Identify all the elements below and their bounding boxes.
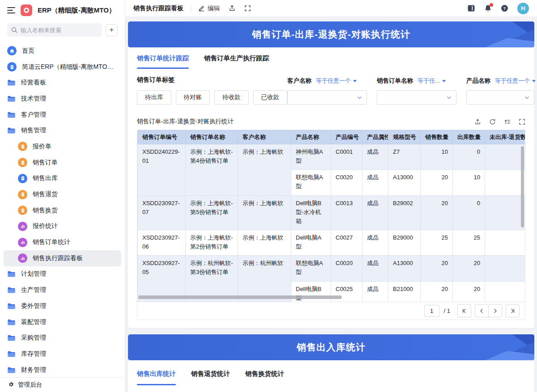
table-cell: 0 — [453, 144, 485, 170]
sidebar-item-2[interactable]: 经营看板 — [4, 75, 121, 91]
sidebar-item-3[interactable]: 技术管理 — [4, 91, 121, 107]
sidebar-item-1[interactable]: 简道云ERP（精细版-离散MTO）「... — [4, 59, 121, 75]
inout-stats-tab-2[interactable]: 销售换货统计 — [245, 362, 284, 385]
export-icon[interactable] — [474, 118, 481, 125]
table-cell: 0 — [485, 281, 525, 302]
first-page-button[interactable] — [457, 304, 471, 317]
sidebar-item-5[interactable]: 销售管理 — [4, 122, 121, 139]
sidebar-item-6[interactable]: 报价单 — [4, 139, 121, 155]
chart-icon — [18, 238, 27, 247]
sidebar-item-label: 简道云ERP（精细版-离散MTO）「... — [22, 63, 118, 71]
table-cell: C0001 — [331, 144, 362, 170]
hamburger-menu-icon[interactable] — [7, 7, 15, 13]
last-page-button[interactable] — [506, 304, 520, 317]
sidebar-item-4[interactable]: 客户管理 — [4, 107, 121, 123]
data-table-container: 销售订单编号销售订单名称客户名称产品名称产品编号产品属性规格型号销售数量出库数量… — [137, 130, 525, 320]
folder-icon — [7, 270, 16, 278]
table-cell: XSDD230927-06 — [138, 230, 186, 255]
column-header: 销售数量 — [421, 131, 453, 144]
sidebar-item-13[interactable]: 销售执行跟踪看板 — [4, 250, 121, 266]
search-input[interactable] — [7, 23, 102, 37]
column-header: 销售订单编号 — [138, 131, 186, 144]
order-tag-button-2[interactable]: 待收款 — [214, 90, 249, 105]
section1-banner-title: 销售订单-出库-退换货-对账执行统计 — [252, 28, 410, 41]
page-number-input[interactable] — [424, 305, 439, 317]
filter-group-1: 销售订单名称等于任... — [377, 73, 456, 105]
folder-icon — [7, 319, 16, 326]
inout-stats-tab-1[interactable]: 销售退货统计 — [191, 362, 230, 385]
table-cell: 示例：上海帆软 — [238, 144, 291, 196]
sidebar-item-15[interactable]: 生产管理 — [4, 282, 121, 298]
sidebar-item-7[interactable]: 销售订单 — [4, 155, 121, 171]
filter-group-2: 产品名称等于任意一个 — [466, 73, 534, 105]
fullscreen-icon[interactable] — [519, 118, 525, 125]
sidebar-item-0[interactable]: 首页 — [4, 43, 121, 59]
table-row: XSDD230927-07示例：上海帆软-第5份销售订单示例：上海帆软Dell电… — [138, 195, 525, 230]
share-icon[interactable] — [229, 5, 235, 12]
fullscreen-icon[interactable] — [244, 5, 251, 12]
table-cell: C0027 — [331, 230, 362, 255]
filter-select[interactable] — [377, 90, 456, 105]
sidebar-item-label: 财务管理 — [21, 366, 46, 374]
filter-operator-link[interactable]: 等于任意一个 — [316, 77, 357, 85]
table-cell: 成品 — [362, 256, 388, 281]
sidebar-item-label: 销售管理 — [21, 126, 46, 135]
sidebar-item-11[interactable]: 报价统计 — [4, 219, 121, 235]
sidebar-item-19[interactable]: 库存管理 — [4, 346, 121, 362]
table-cell: 示例：上海帆软 — [238, 195, 291, 230]
edit-button[interactable]: 编辑 — [198, 4, 220, 13]
filter-label: 客户名称 — [287, 77, 311, 85]
folder-icon — [7, 95, 16, 102]
folder-icon — [7, 334, 16, 341]
filter-operator-link[interactable]: 等于任... — [418, 77, 446, 85]
folder-icon — [7, 287, 16, 294]
user-avatar[interactable]: H — [517, 3, 529, 14]
add-app-button[interactable]: + — [106, 24, 118, 36]
help-icon[interactable]: ? — [501, 4, 508, 12]
column-header: 产品名称 — [291, 131, 331, 144]
horizontal-scrollbar[interactable] — [138, 295, 342, 299]
dashboard-content: 销售订单-出库-退换货-对账执行统计 销售订单统计跟踪销售订单生产执行跟踪 销售… — [125, 17, 537, 392]
sidebar-item-16[interactable]: 委外管理 — [4, 298, 121, 314]
filter-select[interactable] — [287, 90, 367, 105]
sidebar-item-20[interactable]: 财务管理 — [4, 362, 121, 377]
folder-open-icon — [7, 127, 16, 134]
refresh-icon[interactable] — [489, 118, 496, 125]
pagination: / 1 — [137, 302, 525, 320]
order-tag-button-1[interactable]: 待对账 — [176, 90, 210, 105]
inout-stats-tab-0[interactable]: 销售出库统计 — [137, 362, 176, 385]
row-config-icon[interactable] — [504, 118, 511, 125]
sidebar-item-12[interactable]: 销售订单统计 — [4, 234, 121, 250]
table-cell: 20 — [421, 256, 453, 281]
table-cell: 0 — [453, 195, 485, 230]
sidebar-item-label: 报价单 — [33, 143, 51, 151]
sidebar-item-17[interactable]: 装配管理 — [4, 314, 121, 330]
table-cell: C0020 — [331, 256, 362, 281]
sidebar-item-8[interactable]: 销售出库 — [4, 171, 121, 187]
caret-down-icon — [442, 80, 446, 82]
order-tag-button-0[interactable]: 待出库 — [137, 90, 171, 105]
order-tracking-tab-1[interactable]: 销售订单生产执行跟踪 — [204, 47, 269, 69]
table-cell: 0 — [485, 230, 525, 255]
sidebar-item-14[interactable]: 计划管理 — [4, 266, 121, 282]
sidebar-item-label: 经营看板 — [21, 79, 46, 87]
sidebar-item-label: 销售执行跟踪看板 — [33, 254, 83, 262]
vertical-scrollbar[interactable] — [521, 146, 524, 228]
folder-icon — [7, 350, 16, 358]
prev-page-button[interactable] — [475, 304, 489, 317]
order-tag-button-3[interactable]: 已收款 — [253, 90, 288, 105]
panel-toggle-icon[interactable] — [467, 4, 475, 12]
next-page-button[interactable] — [488, 304, 502, 317]
sidebar-item-9[interactable]: 销售退货 — [4, 186, 121, 202]
sidebar-item-10[interactable]: 销售换货 — [4, 202, 121, 219]
page-total-label: / 1 — [444, 308, 450, 314]
app-logo-icon — [21, 4, 32, 16]
section2-banner: 销售出入库统计 — [128, 334, 534, 360]
filter-select[interactable] — [466, 90, 534, 105]
sidebar-item-18[interactable]: 采购管理 — [4, 330, 121, 346]
notification-bell-icon[interactable] — [484, 4, 492, 12]
filter-operator-link[interactable]: 等于任意一个 — [495, 77, 536, 85]
order-tracking-tab-0[interactable]: 销售订单统计跟踪 — [137, 47, 189, 69]
column-header: 客户名称 — [238, 131, 291, 144]
admin-backend-item[interactable]: 管理后台 — [0, 377, 125, 392]
